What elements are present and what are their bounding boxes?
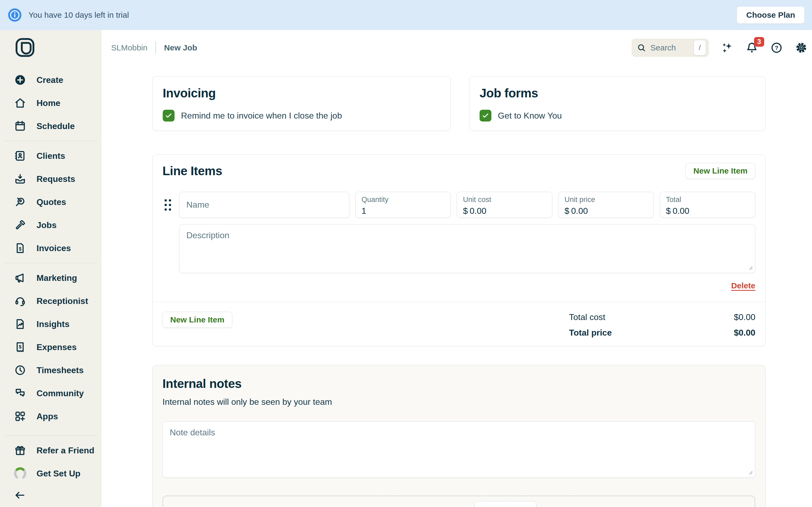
sidebar-item-get-set-up[interactable]: Get Set Up bbox=[0, 462, 101, 485]
line-item-name-field[interactable] bbox=[179, 192, 349, 218]
checkbox-label: Get to Know You bbox=[498, 111, 562, 121]
unit-cost-field[interactable]: Unit cost $0.00 bbox=[457, 192, 552, 218]
currency-symbol: $ bbox=[666, 206, 671, 216]
unit-price-value: 0.00 bbox=[571, 206, 588, 216]
sidebar-item-receptionist[interactable]: Receptionist bbox=[0, 289, 101, 313]
search-placeholder: Search bbox=[650, 43, 676, 52]
sidebar-item-apps[interactable]: Apps bbox=[0, 405, 101, 428]
sidebar-item-expenses[interactable]: $ Expenses bbox=[0, 336, 101, 359]
new-line-item-button-bottom[interactable]: New Line Item bbox=[162, 312, 232, 328]
internal-notes-title: Internal notes bbox=[162, 376, 755, 391]
svg-text:$: $ bbox=[19, 246, 21, 251]
sidebar-item-label: Quotes bbox=[37, 197, 66, 207]
arrow-left-icon bbox=[14, 489, 26, 501]
sidebar-item-insights[interactable]: Insights bbox=[0, 313, 101, 336]
totals-summary: Total cost $0.00 Total price $0.00 bbox=[569, 312, 755, 338]
help-button[interactable]: ? bbox=[770, 41, 783, 54]
search-input[interactable]: Search / bbox=[631, 39, 709, 57]
invoicing-card: Invoicing Remind me to invoice when I cl… bbox=[152, 76, 451, 131]
calendar-icon bbox=[14, 120, 26, 132]
sidebar-item-label: Expenses bbox=[37, 342, 77, 352]
collapse-sidebar-button[interactable] bbox=[0, 485, 101, 505]
sidebar-item-label: Apps bbox=[37, 411, 58, 421]
address-book-icon bbox=[14, 150, 26, 162]
sidebar-item-label: Schedule bbox=[37, 121, 74, 131]
currency-symbol: $ bbox=[564, 206, 569, 216]
job-form-checkbox[interactable]: Get to Know You bbox=[479, 110, 755, 121]
sidebar-item-label: Receptionist bbox=[37, 296, 88, 306]
breadcrumb-account[interactable]: SLMobbin bbox=[111, 43, 147, 52]
breadcrumb-page-title: New Job bbox=[164, 43, 197, 52]
sidebar-item-clients[interactable]: Clients bbox=[0, 144, 101, 167]
drag-dots-icon bbox=[165, 199, 171, 211]
inbox-arrow-icon bbox=[14, 173, 26, 185]
quantity-value: 1 bbox=[361, 206, 445, 216]
note-details-textarea[interactable] bbox=[162, 421, 755, 478]
file-dropzone[interactable]: Drag your files here or Select a File bbox=[162, 496, 755, 507]
sidebar-item-invoices[interactable]: $ Invoices bbox=[0, 237, 101, 260]
sidebar-item-requests[interactable]: Requests bbox=[0, 167, 101, 190]
search-shortcut-key: / bbox=[694, 40, 706, 56]
total-price-value: $0.00 bbox=[734, 328, 755, 338]
drag-handle[interactable] bbox=[162, 192, 173, 218]
sidebar-item-schedule[interactable]: Schedule bbox=[0, 115, 101, 137]
sidebar-item-timesheets[interactable]: Timesheets bbox=[0, 359, 101, 382]
total-cost-value: $0.00 bbox=[734, 312, 755, 322]
sidebar-divider bbox=[5, 263, 96, 263]
line-items-title: Line Items bbox=[162, 163, 222, 178]
page-header: SLMobbin New Job Search / 3 ? bbox=[101, 30, 812, 65]
unit-cost-value: 0.00 bbox=[470, 206, 486, 216]
magnifier-tag-icon bbox=[14, 196, 26, 208]
choose-plan-button[interactable]: Choose Plan bbox=[737, 6, 805, 23]
unit-price-field[interactable]: Unit price $0.00 bbox=[558, 192, 654, 218]
invoice-doc-icon: $ bbox=[14, 242, 26, 254]
sidebar-item-label: Requests bbox=[37, 174, 75, 184]
sidebar-item-jobs[interactable]: Jobs bbox=[0, 214, 101, 237]
dropzone-text: Drag your files here or bbox=[381, 501, 466, 507]
total-label: Total bbox=[666, 195, 749, 204]
sidebar-item-label: Create bbox=[37, 75, 63, 85]
new-line-item-button-top[interactable]: New Line Item bbox=[686, 163, 755, 179]
invoice-reminder-checkbox[interactable]: Remind me to invoice when I close the jo… bbox=[163, 110, 440, 121]
settings-gear-button[interactable] bbox=[795, 41, 808, 54]
progress-ring-icon bbox=[14, 467, 26, 480]
line-item-name-input[interactable] bbox=[180, 192, 349, 218]
select-file-button[interactable]: Select a File bbox=[474, 501, 537, 507]
headset-icon bbox=[14, 295, 26, 307]
jobber-logo[interactable] bbox=[13, 36, 37, 59]
currency-symbol: $ bbox=[463, 206, 468, 216]
line-item-row: Quantity 1 Unit cost $0.00 Unit price $0… bbox=[162, 192, 755, 218]
checkbox-checked-icon[interactable] bbox=[479, 110, 491, 121]
search-icon bbox=[637, 43, 646, 52]
checkbox-label: Remind me to invoice when I close the jo… bbox=[181, 111, 342, 121]
internal-notes-subtitle: Internal notes will only be seen by your… bbox=[162, 397, 755, 407]
quantity-field[interactable]: Quantity 1 bbox=[355, 192, 451, 218]
breadcrumb-divider bbox=[155, 42, 156, 54]
sidebar-item-home[interactable]: Home bbox=[0, 92, 101, 115]
quantity-label: Quantity bbox=[361, 195, 445, 204]
invoicing-title: Invoicing bbox=[163, 86, 440, 101]
sidebar-item-label: Refer a Friend bbox=[37, 446, 94, 455]
sidebar-item-refer-a-friend[interactable]: Refer a Friend bbox=[0, 439, 101, 462]
ai-sparkles-button[interactable] bbox=[721, 41, 733, 54]
gift-icon bbox=[14, 444, 26, 457]
notifications-bell-button[interactable]: 3 bbox=[746, 41, 758, 54]
sidebar-item-marketing[interactable]: Marketing bbox=[0, 266, 101, 289]
hammer-icon bbox=[14, 219, 26, 231]
delete-line-item-link[interactable]: Delete bbox=[731, 281, 755, 290]
plus-circle-icon bbox=[14, 74, 26, 86]
svg-text:?: ? bbox=[775, 44, 778, 51]
chart-doc-icon bbox=[14, 318, 26, 330]
total-field[interactable]: Total $0.00 bbox=[660, 192, 755, 218]
job-forms-card: Job forms Get to Know You bbox=[469, 76, 766, 131]
sidebar: Create Home Schedule Clients Requests Qu… bbox=[0, 30, 101, 507]
sidebar-divider bbox=[5, 141, 96, 141]
sidebar-item-label: Get Set Up bbox=[37, 469, 81, 478]
sidebar-item-label: Jobs bbox=[37, 220, 57, 230]
sidebar-item-quotes[interactable]: Quotes bbox=[0, 190, 101, 214]
checkbox-checked-icon[interactable] bbox=[163, 110, 174, 121]
sidebar-item-label: Insights bbox=[37, 319, 69, 329]
line-item-description-textarea[interactable] bbox=[179, 224, 755, 273]
sidebar-item-community[interactable]: Community bbox=[0, 382, 101, 405]
sidebar-item-create[interactable]: Create bbox=[0, 68, 101, 92]
